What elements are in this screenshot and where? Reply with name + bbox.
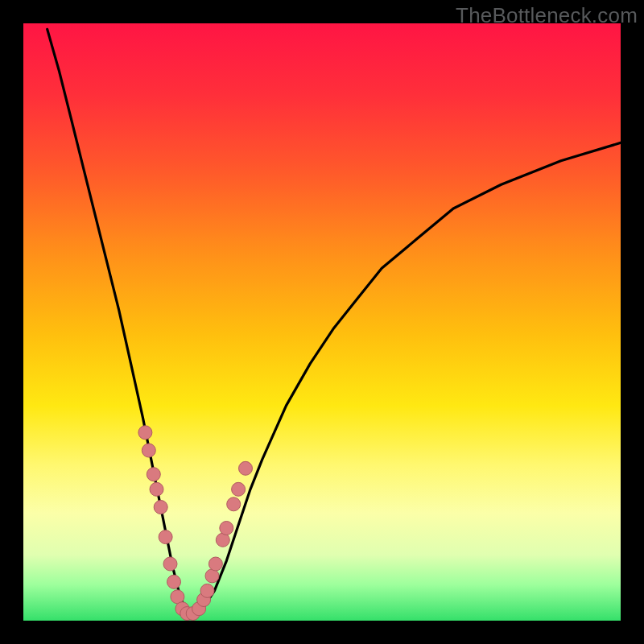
attribution-text: TheBottleneck.com [456,3,638,28]
data-marker [227,497,241,511]
data-marker [205,569,219,583]
bottleneck-curve [47,29,621,614]
data-marker [220,522,233,535]
data-marker [138,426,152,440]
chart-frame: TheBottleneck.com [0,0,644,644]
data-marker [167,575,181,588]
data-marker [147,468,160,481]
data-marker [150,482,163,496]
data-marker [200,584,214,597]
data-marker [163,557,177,571]
data-marker [239,461,253,475]
data-marker [232,482,246,496]
chart-svg [23,23,621,621]
data-marker [208,557,222,571]
data-marker [159,530,172,544]
data-marker [142,444,155,457]
data-marker [154,501,167,514]
